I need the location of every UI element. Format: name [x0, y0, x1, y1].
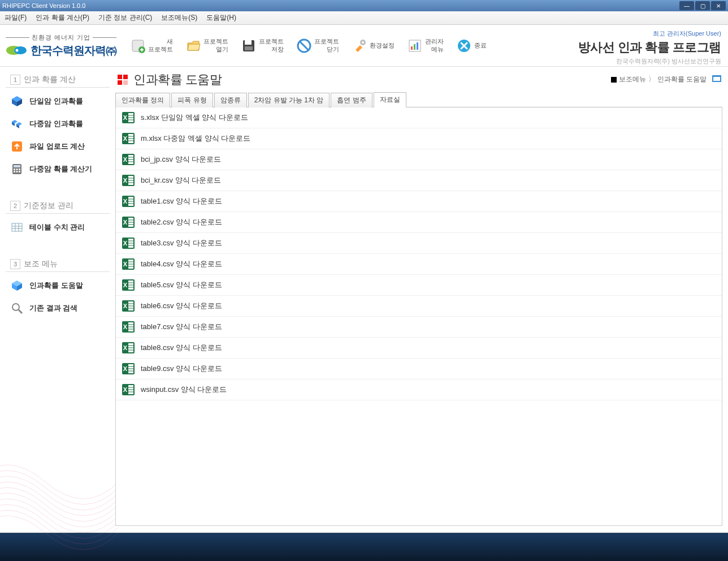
file-row[interactable]: Xwsinput.csv 양식 다운로드 [116, 379, 722, 400]
file-row[interactable]: Xtable1.csv 양식 다운로드 [116, 191, 722, 212]
tab-3[interactable]: 2차암 유발 가능 1차 암 [248, 93, 330, 107]
toolbar-save-project-button[interactable]: 프로젝트 저장 [237, 36, 287, 56]
toolbar-admin-button[interactable]: 관리자 메뉴 [404, 36, 447, 56]
sidebar-item-table-manage[interactable]: 테이블 수치 관리 [0, 216, 113, 239]
toolbar-settings-button[interactable]: 환경설정 [348, 36, 398, 56]
file-row[interactable]: Xbci_jp.csv 양식 다운로드 [116, 149, 722, 170]
tab-4[interactable]: 흡연 범주 [331, 93, 372, 107]
file-row[interactable]: Xtable4.csv 양식 다운로드 [116, 254, 722, 275]
svg-text:X: X [123, 198, 128, 205]
app-subtitle: 한국수력원자력(주) 방사선보건연구원 [578, 57, 721, 66]
excel-icon: X [122, 341, 135, 355]
header-right: 최고 관리자(Super User) 방사선 인과 확률 프로그램 한국수력원자… [578, 29, 721, 66]
svg-rect-45 [118, 80, 122, 85]
excel-icon: X [122, 132, 135, 145]
menubar: 파일(F) 인과 확률 계산(P) 기준 정보 관리(C) 보조메뉴(S) 도움… [0, 11, 728, 25]
app-title: 방사선 인과 확률 프로그램 [578, 39, 721, 56]
svg-text:X: X [123, 282, 128, 288]
excel-icon: X [122, 153, 135, 166]
cube-lightblue-icon [10, 279, 24, 292]
toolbar-open-project-button[interactable]: 프로젝트 열기 [182, 36, 232, 56]
brand: 친환경 에너지 기업 한국수력원자력㈜ [6, 33, 116, 58]
tab-2[interactable]: 암종류 [214, 93, 247, 107]
file-row[interactable]: Xtable8.csv 양식 다운로드 [116, 338, 722, 359]
excel-icon: X [122, 278, 135, 292]
tab-1[interactable]: 피폭 유형 [171, 93, 213, 107]
window-minimize-button[interactable]: ― [679, 1, 694, 10]
svg-text:X: X [123, 156, 128, 163]
excel-icon: X [122, 215, 135, 229]
sidebar-section-1-title: 인과 확률 계산 [24, 75, 76, 85]
sidebar-item-single-cancer[interactable]: 단일암 인과확률 [0, 90, 113, 113]
svg-rect-27 [14, 169, 15, 170]
svg-rect-6 [245, 40, 252, 45]
excel-icon: X [122, 195, 135, 208]
file-row[interactable]: Xtable3.csv 양식 다운로드 [116, 233, 722, 254]
breadcrumb-window-icon[interactable] [712, 75, 721, 84]
sidebar-item-search[interactable]: 기존 결과 검색 [0, 297, 113, 320]
svg-text:X: X [123, 261, 128, 267]
svg-text:X: X [123, 177, 128, 184]
sidebar-section-1-head: 1 인과 확률 계산 [6, 72, 110, 88]
breadcrumb-b[interactable]: 인과확률 도움말 [657, 75, 707, 84]
table-icon [10, 221, 24, 234]
svg-point-2 [16, 49, 19, 52]
menu-calc[interactable]: 인과 확률 계산(P) [36, 13, 89, 23]
svg-line-42 [19, 310, 22, 313]
super-user-link[interactable]: 최고 관리자(Super User) [578, 29, 721, 38]
file-row[interactable]: Xtable2.csv 양식 다운로드 [116, 212, 722, 233]
toolbar-new-project-button[interactable]: 새 프로젝트 [127, 36, 176, 56]
file-row[interactable]: Xtable5.csv 양식 다운로드 [116, 275, 722, 296]
file-row[interactable]: Xtable6.csv 양식 다운로드 [116, 296, 722, 317]
excel-icon: X [122, 236, 135, 250]
svg-text:X: X [123, 323, 128, 330]
sidebar-item-label: 다중암 확률 계산기 [29, 164, 92, 174]
menu-base[interactable]: 기준 정보 관리(C) [98, 13, 152, 23]
wrench-icon [352, 38, 367, 54]
toolbar-exit-button[interactable]: 종료 [453, 36, 490, 56]
sidebar-item-help[interactable]: 인과확률 도움말 [0, 274, 113, 297]
excel-icon: X [122, 174, 135, 187]
menu-sub[interactable]: 보조메뉴(S) [161, 13, 197, 23]
file-row[interactable]: Xtable9.csv 양식 다운로드 [116, 359, 722, 379]
toolbar-admin-label: 관리자 메뉴 [425, 38, 444, 53]
brand-logo-icon [6, 44, 27, 57]
menu-help[interactable]: 도움말(H) [206, 13, 236, 23]
file-row[interactable]: Xm.xlsx 다중암 엑셀 양식 다운로드 [116, 128, 722, 149]
excel-icon: X [122, 320, 135, 334]
window-close-button[interactable]: ✕ [711, 1, 726, 10]
svg-rect-44 [123, 75, 128, 79]
file-row[interactable]: Xtable7.csv 양식 다운로드 [116, 317, 722, 338]
open-folder-icon [185, 38, 201, 54]
svg-text:X: X [123, 114, 128, 121]
svg-point-11 [362, 41, 364, 44]
window-maximize-button[interactable]: ▢ [695, 1, 710, 10]
excel-icon: X [122, 257, 135, 271]
svg-rect-46 [123, 80, 128, 85]
exit-icon [456, 38, 472, 54]
sidebar-item-calculator[interactable]: 다중암 확률 계산기 [0, 158, 113, 180]
file-row[interactable]: Xbci_kr.csv 양식 다운로드 [116, 170, 722, 191]
toolbar-save-label: 프로젝트 저장 [259, 38, 284, 53]
breadcrumb-a[interactable]: 보조메뉴 [619, 75, 646, 84]
svg-rect-15 [417, 42, 418, 50]
sidebar-item-label: 인과확률 도움말 [29, 280, 83, 291]
toolbar-close-project-button[interactable]: 프로젝트 닫기 [293, 36, 343, 56]
svg-point-41 [12, 304, 19, 310]
sidebar-item-multi-cancer[interactable]: 다중암 인과확률 [0, 113, 113, 135]
tab-5[interactable]: 자료실 [374, 92, 406, 107]
sidebar-item-label: 기존 결과 검색 [29, 303, 77, 313]
file-label: table1.csv 양식 다운로드 [141, 196, 222, 206]
brand-subtitle: 친환경 에너지 기업 [6, 33, 116, 42]
svg-rect-32 [19, 171, 20, 172]
tab-0[interactable]: 인과확률 정의 [115, 93, 170, 107]
save-icon [241, 38, 257, 54]
os-taskbar [0, 533, 728, 561]
tabbar: 인과확률 정의피폭 유형암종류2차암 유발 가능 1차 암흡연 범주자료실 [115, 92, 722, 107]
file-row[interactable]: Xs.xlsx 단일암 엑셀 양식 다운로드 [116, 107, 722, 128]
file-label: table4.csv 양식 다운로드 [141, 259, 222, 269]
breadcrumb-square-icon [611, 77, 617, 83]
menu-file[interactable]: 파일(F) [5, 13, 27, 23]
sidebar-item-file-upload[interactable]: 파일 업로드 계산 [0, 135, 113, 158]
sidebar-section-3-num: 3 [10, 259, 20, 269]
